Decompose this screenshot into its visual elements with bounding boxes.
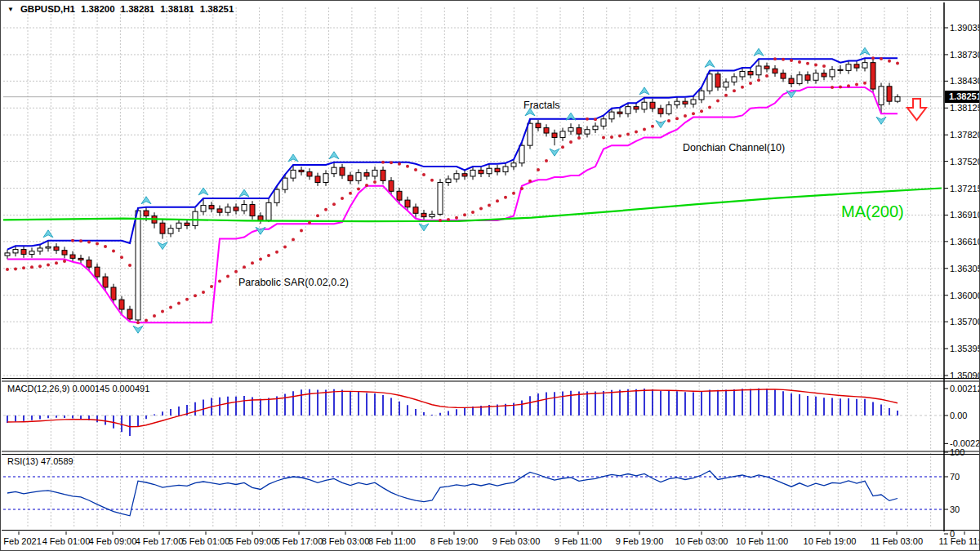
price-tick-label: 1.38430	[950, 76, 980, 86]
price-tick-label: 1.37215	[950, 184, 980, 193]
time-tick-label: 8 Feb 03:00	[322, 536, 370, 546]
fractals-label: Fractals	[523, 100, 559, 111]
time-tick-label: 10 Feb 03:00	[675, 536, 728, 546]
time-tick-label: 3 Feb 2021	[0, 536, 42, 546]
donchian-label: Donchian Channel(10)	[683, 142, 785, 153]
chart-canvas[interactable]	[1, 1, 980, 551]
macd-series	[7, 389, 898, 436]
time-tick-label: 4 Feb 09:00	[89, 536, 137, 546]
current-price-tag: 1.38251	[945, 91, 980, 103]
candles	[5, 58, 900, 322]
quote-open: 1.38200	[81, 4, 115, 14]
macd-tick-label: 0.002123	[950, 384, 980, 393]
price-tick-label: 1.36000	[950, 291, 980, 300]
time-tick-label: 5 Feb 09:00	[229, 536, 277, 546]
chevron-down-icon[interactable]: ▼	[7, 6, 14, 13]
time-tick-label: 9 Feb 03:00	[492, 536, 541, 546]
price-tick-label: 1.38125	[950, 103, 980, 113]
price-tick-label: 1.37820	[950, 130, 980, 140]
price-tick-label: 1.35395	[950, 344, 980, 353]
price-tick-label: 1.36305	[950, 264, 980, 273]
time-tick-label: 4 Feb 01:00	[42, 536, 91, 546]
ma200-line	[3, 189, 942, 222]
time-tick-label: 10 Feb 11:00	[736, 536, 788, 546]
time-tick-label: 9 Feb 11:00	[555, 536, 602, 546]
time-tick-label: 9 Feb 19:00	[616, 536, 664, 546]
price-tick-label: 1.36610	[950, 237, 980, 247]
time-tick-label: 5 Feb 01:00	[182, 536, 230, 546]
price-tick-label: 1.36910	[950, 210, 980, 220]
sell-signal-arrow	[907, 99, 926, 120]
macd-tick-label: 0.00	[950, 411, 967, 420]
price-tick-label: 1.35700	[950, 317, 980, 327]
price-tick-label: 1.35090	[950, 371, 980, 380]
price-tick-label: 1.37520	[950, 157, 980, 167]
time-tick-label: 11 Feb 11:00	[938, 536, 980, 546]
quote-low: 1.38181	[160, 4, 194, 14]
time-tick-label: 11 Feb 03:00	[871, 536, 923, 546]
rsi-tick-label: 70	[950, 472, 960, 482]
price-tick-label: 1.39035	[950, 23, 980, 33]
price-tick-label: 1.38730	[950, 50, 980, 60]
rsi-tick-label: 30	[950, 504, 960, 514]
time-tick-label: 10 Feb 19:00	[804, 536, 857, 546]
rsi-tick-label: 100	[950, 447, 964, 457]
time-tick-label: 4 Feb 17:00	[136, 536, 184, 546]
chart-window: ▼ GBPUSD,H1 1.38200 1.38281 1.38181 1.38…	[0, 0, 980, 551]
ma200-label: MA(200)	[841, 202, 904, 221]
time-tick-label: 8 Feb 19:00	[430, 536, 479, 546]
fractal-arrows	[43, 47, 886, 333]
time-tick-label: 5 Feb 17:00	[275, 536, 323, 546]
parabolic-sar-label: Parabolic SAR(0.02,0.2)	[238, 277, 349, 288]
symbol-period-label: GBPUSD,H1	[20, 4, 75, 14]
quote-close: 1.38251	[200, 4, 234, 14]
quote-high: 1.38281	[121, 4, 155, 14]
rsi-header: RSI(13) 47.0589	[7, 456, 74, 466]
time-tick-label: 8 Feb 11:00	[368, 536, 416, 546]
quote-titlebar: ▼ GBPUSD,H1 1.38200 1.38281 1.38181 1.38…	[7, 4, 234, 14]
macd-header: MACD(12,26,9) 0.000145 0.000491	[7, 384, 149, 393]
gridlines	[3, 7, 942, 528]
